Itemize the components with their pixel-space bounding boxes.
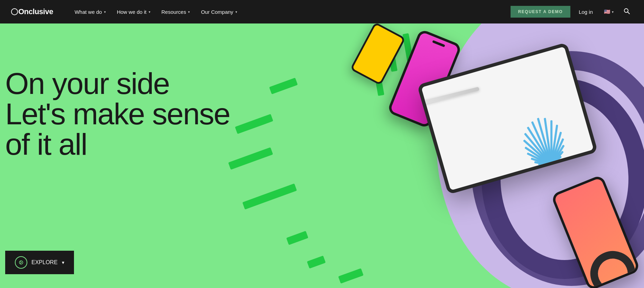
hero-headline: On your side Let's make sense of it all	[5, 68, 230, 160]
explore-button[interactable]: EXPLORE ▾	[5, 251, 74, 274]
navbar: Onclusive What we do ▾ How we do it ▾ Re…	[0, 0, 644, 23]
svg-line-1	[628, 12, 630, 14]
phone-notch	[432, 40, 445, 47]
chevron-down-icon: ▾	[104, 10, 106, 14]
chevron-down-icon: ▾	[188, 10, 190, 14]
hero-text-block: On your side Let's make sense of it all	[5, 68, 230, 160]
nav-item-what-we-do[interactable]: What we do ▾	[70, 6, 111, 18]
explore-icon	[15, 256, 27, 269]
nav-item-resources[interactable]: Resources ▾	[157, 6, 195, 18]
search-button[interactable]	[620, 5, 633, 19]
login-button[interactable]: Log in	[575, 6, 597, 18]
us-flag-icon: 🇺🇸	[604, 9, 610, 15]
stylus	[417, 87, 479, 109]
nav-actions: REQUEST A DEMO Log in 🇺🇸 ▾	[511, 5, 633, 19]
nav-item-our-company[interactable]: Our Company ▾	[196, 6, 242, 18]
chevron-down-icon: ▾	[149, 10, 150, 14]
logo[interactable]: Onclusive	[11, 7, 53, 16]
chevron-down-icon: ▾	[612, 10, 614, 14]
language-selector[interactable]: 🇺🇸 ▾	[601, 6, 616, 18]
logo-icon	[11, 8, 18, 15]
search-icon	[623, 9, 630, 16]
hero-section: On your side Let's make sense of it all …	[0, 23, 644, 288]
nav-item-how-we-do-it[interactable]: How we do it ▾	[112, 6, 155, 18]
chevron-down-icon: ▾	[62, 260, 64, 265]
chevron-down-icon: ▾	[235, 10, 237, 14]
nav-links: What we do ▾ How we do it ▾ Resources ▾ …	[70, 6, 511, 18]
request-demo-button[interactable]: REQUEST A DEMO	[511, 6, 570, 18]
